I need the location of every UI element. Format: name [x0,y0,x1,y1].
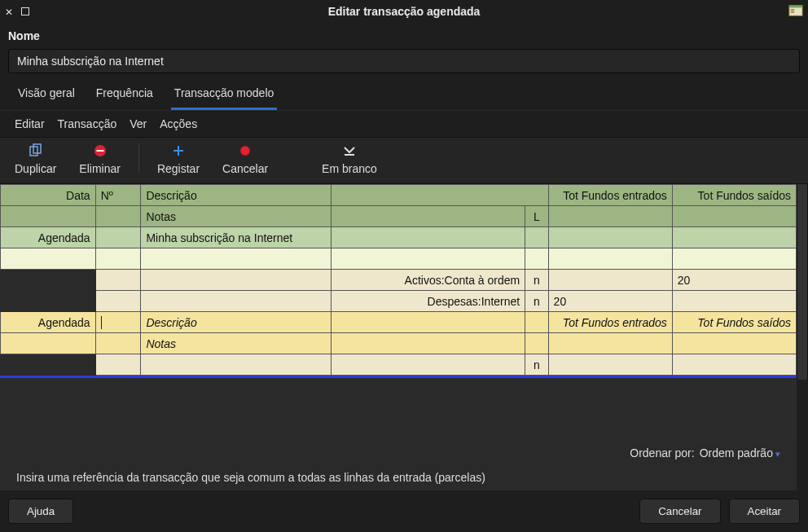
split2-rec[interactable]: n [525,291,548,312]
menu-transaction[interactable]: Transacção [58,117,117,130]
dialog-button-bar: Ajuda Cancelar Aceitar [0,490,808,532]
enter-label: Registar [157,162,200,175]
blank-button[interactable]: Em branco [314,139,385,177]
edit-in-cell[interactable]: Tot Fundos entrados [548,312,672,333]
duplicate-icon [29,143,43,159]
tx-in-cell[interactable] [548,227,672,248]
svg-point-10 [240,146,250,156]
split1-rec[interactable]: n [525,270,548,291]
cancel-button[interactable]: Cancelar [639,499,720,524]
plus-icon [172,143,185,159]
svg-rect-7 [96,150,103,152]
tab-template-transaction[interactable]: Transacção modelo [171,80,277,110]
edit-notes-cell[interactable]: Notas [141,333,331,354]
tx-out-cell[interactable] [672,227,796,248]
jump-to-blank-icon [343,143,356,159]
edit-row-1[interactable]: Agendada Descrição Tot Fundos entrados T… [1,312,797,333]
duplicate-label: Duplicar [15,162,56,175]
tx-date-cell[interactable]: Agendada [1,227,96,248]
cancel-toolbar-label: Cancelar [222,162,268,175]
tab-overview[interactable]: Visão geral [15,80,78,110]
vertical-scrollbar[interactable] [797,184,808,380]
cancel-button-toolbar[interactable]: Cancelar [214,139,276,177]
blank-split-row[interactable]: n [1,354,797,376]
delete-label: Eliminar [79,162,121,175]
split1-out[interactable]: 20 [672,270,796,291]
edit-num-cell[interactable] [95,312,141,333]
tx-acct-cell[interactable] [331,227,525,248]
name-input[interactable] [8,49,800,73]
blank-label: Em branco [322,162,377,175]
header-date: Data [1,185,96,206]
svg-rect-1 [789,6,802,8]
titlebar: Editar transacção agendada [0,0,808,23]
split1-account[interactable]: Activos:Conta à ordem [331,270,525,291]
edit-out-cell[interactable]: Tot Fundos saídos [672,312,796,333]
tx-rec-cell[interactable] [525,227,548,248]
sort-label: Ordenar por: [630,446,694,459]
tab-bar: Visão geral Frequência Transacção modelo [0,80,808,111]
split2-out[interactable] [672,291,796,312]
edit-desc-cell[interactable]: Descrição [141,312,331,333]
duplicate-button[interactable]: Duplicar [7,139,64,177]
svg-rect-3 [791,11,795,13]
help-button[interactable]: Ajuda [8,499,73,524]
delete-button[interactable]: Eliminar [71,139,129,177]
sort-value[interactable]: Ordem padrão [700,446,780,459]
maximize-icon[interactable] [21,7,29,15]
split2-account[interactable]: Despesas:Internet [331,291,525,312]
tx-row-2[interactable] [1,248,797,270]
sort-control[interactable]: Ordenar por: Ordem padrão [0,443,797,459]
header-num: Nº [95,185,141,206]
edit-date-cell[interactable]: Agendada [1,312,96,333]
header-blank [331,185,548,206]
close-icon[interactable] [5,5,13,18]
svg-rect-2 [791,9,795,11]
delete-icon [94,143,107,159]
header-out: Tot Fundos saídos [672,185,796,206]
svg-rect-11 [345,154,354,156]
tx-num-cell[interactable] [95,227,141,248]
split2-in[interactable]: 20 [548,291,672,312]
svg-rect-9 [173,150,183,152]
header-desc: Descrição [141,185,331,206]
tx-row-1[interactable]: Agendada Minha subscrição na Internet [1,227,797,248]
edit-row-2[interactable]: Notas [1,333,797,354]
name-label: Nome [0,23,808,46]
header-in: Tot Fundos entrados [548,185,672,206]
menubar: Editar Transacção Ver Acções [0,111,808,137]
tab-frequency[interactable]: Frequência [93,80,156,110]
blank-rec[interactable]: n [525,354,548,376]
toolbar-separator [138,143,139,174]
header-rec: L [525,206,548,227]
window-title: Editar transacção agendada [0,5,808,18]
table-header-row-2: Notas L [1,206,797,227]
table-header-row-1: Data Nº Descrição Tot Fundos entrados To… [1,185,797,206]
toolbar: Duplicar Eliminar Registar Cancelar Em b… [0,137,808,184]
enter-button[interactable]: Registar [149,139,208,177]
cancel-icon [239,143,252,159]
menu-actions[interactable]: Acções [160,117,197,130]
tx-desc-cell[interactable]: Minha subscrição na Internet [141,227,331,248]
header-notes: Notas [141,206,331,227]
accept-button[interactable]: Aceitar [729,499,800,524]
split-row-2[interactable]: Despesas:Internet n 20 [1,291,797,312]
tx-notes-cell[interactable] [141,248,331,270]
split1-in[interactable] [548,270,672,291]
app-icon [788,3,803,18]
split-row-1[interactable]: Activos:Conta à ordem n 20 [1,270,797,291]
menu-view[interactable]: Ver [130,117,147,130]
register-table[interactable]: Data Nº Descrição Tot Fundos entrados To… [0,184,797,376]
menu-edit[interactable]: Editar [15,117,45,130]
